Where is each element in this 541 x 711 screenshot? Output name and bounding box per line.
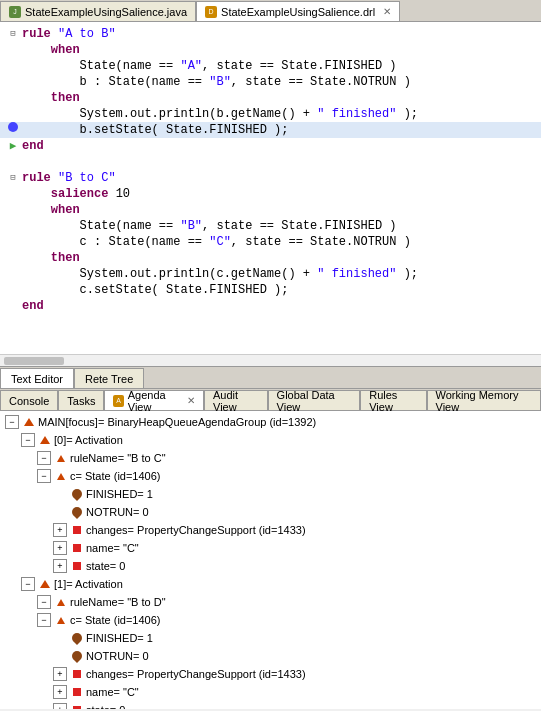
code-line: then [0, 90, 541, 106]
code-line: b.setState( State.FINISHED ); [0, 122, 541, 138]
tab-working-memory-view[interactable]: Working Memory View [427, 390, 542, 410]
fold-icon[interactable]: ⊟ [10, 26, 15, 42]
code-line: then [0, 250, 541, 266]
expand-root[interactable]: − [5, 415, 19, 429]
tab-global-data-view[interactable]: Global Data View [268, 390, 361, 410]
working-memory-label: Working Memory View [436, 389, 533, 413]
tab-drl-close[interactable]: ✕ [383, 6, 391, 17]
line-gutter: ⊟ [4, 26, 22, 42]
tab-text-editor[interactable]: Text Editor [0, 368, 74, 388]
tab-java[interactable]: J StateExampleUsingSalience.java [0, 1, 196, 21]
tree-node-changes1[interactable]: + changes= PropertyChangeSupport (id=143… [0, 665, 541, 683]
top-tab-bar: J StateExampleUsingSalience.java D State… [0, 0, 541, 22]
expand-state1406-0[interactable]: − [37, 469, 51, 483]
state1-label: state= 0 [86, 701, 125, 709]
tree-node-state1406-1[interactable]: − c= State (id=1406) [0, 611, 541, 629]
state1406-0-label: c= State (id=1406) [70, 467, 161, 485]
code-editor[interactable]: ⊟ rule "A to B" when State(name == "A", … [0, 22, 541, 367]
drl-file-icon: D [205, 6, 217, 18]
code-text: then [22, 250, 80, 266]
tree-node-state0[interactable]: + state= 0 [0, 557, 541, 575]
code-text: rule "A to B" [22, 26, 116, 42]
tree-node-name0[interactable]: + name= "C" [0, 539, 541, 557]
code-text: State(name == "A", state == State.FINISH… [22, 58, 396, 74]
changes0-label: changes= PropertyChangeSupport (id=1433) [86, 521, 306, 539]
bean-icon-0 [70, 487, 84, 501]
fold-icon[interactable]: ⊟ [10, 170, 15, 186]
tab-audit-view[interactable]: Audit View [204, 390, 268, 410]
tree-node-finished0[interactable]: FINISHED= 1 [0, 485, 541, 503]
rulename-btod-triangle-icon [54, 595, 68, 609]
line-gutter: ⊟ [4, 170, 22, 186]
code-text: b : State(name == "B", state == State.NO… [22, 74, 411, 90]
expand-rulename-btod[interactable]: − [37, 595, 51, 609]
tab-console[interactable]: Console [0, 390, 58, 410]
notrun1-label: NOTRUN= 0 [86, 647, 149, 665]
expand-activation1[interactable]: − [21, 577, 35, 591]
red-square-icon-5 [70, 703, 84, 709]
expand-state1406-1[interactable]: − [37, 613, 51, 627]
root-triangle-icon [22, 415, 36, 429]
tree-node-activation1[interactable]: − [1]= Activation [0, 575, 541, 593]
code-line: b : State(name == "B", state == State.NO… [0, 74, 541, 90]
state-triangle-icon [54, 469, 68, 483]
code-line: when [0, 202, 541, 218]
tree-node-name1[interactable]: + name= "C" [0, 683, 541, 701]
code-line: end [0, 298, 541, 314]
changes1-label: changes= PropertyChangeSupport (id=1433) [86, 665, 306, 683]
tree-node-notrun0[interactable]: NOTRUN= 0 [0, 503, 541, 521]
tab-java-label: StateExampleUsingSalience.java [25, 6, 187, 18]
scrollbar-thumb[interactable] [4, 357, 64, 365]
notrun0-label: NOTRUN= 0 [86, 503, 149, 521]
code-text: rule "B to C" [22, 170, 116, 186]
tab-rules-view[interactable]: Rules View [360, 390, 426, 410]
horizontal-scrollbar[interactable] [0, 354, 541, 366]
tab-tasks[interactable]: Tasks [58, 390, 104, 410]
finished1-label: FINISHED= 1 [86, 629, 153, 647]
expand-name0[interactable]: + [53, 541, 67, 555]
tree-node-notrun1[interactable]: NOTRUN= 0 [0, 647, 541, 665]
code-text: end [22, 298, 44, 314]
audit-view-label: Audit View [213, 389, 259, 413]
tree-node-finished1[interactable]: FINISHED= 1 [0, 629, 541, 647]
expand-changes1[interactable]: + [53, 667, 67, 681]
tree-area[interactable]: − MAIN[focus]= BinaryHeapQueueAgendaGrou… [0, 411, 541, 709]
code-line: salience 10 [0, 186, 541, 202]
tab-rete-tree[interactable]: Rete Tree [74, 368, 144, 388]
code-text: when [22, 202, 80, 218]
tree-node-state1[interactable]: + state= 0 [0, 701, 541, 709]
tree-node-activation0[interactable]: − [0]= Activation [0, 431, 541, 449]
arrow-icon: ▶ [10, 138, 17, 154]
tab-agenda-view[interactable]: A Agenda View ✕ [104, 390, 204, 410]
tree-node-rulename-btoc[interactable]: − ruleName= "B to C" [0, 449, 541, 467]
tab-drl[interactable]: D StateExampleUsingSalience.drl ✕ [196, 1, 400, 21]
expand-state0[interactable]: + [53, 559, 67, 573]
agenda-view-close[interactable]: ✕ [187, 395, 195, 406]
activation1-triangle-icon [38, 577, 52, 591]
expand-activation0[interactable]: − [21, 433, 35, 447]
expand-rulename-btoc[interactable]: − [37, 451, 51, 465]
expand-state1[interactable]: + [53, 703, 67, 709]
code-line: State(name == "A", state == State.FINISH… [0, 58, 541, 74]
tree-root[interactable]: − MAIN[focus]= BinaryHeapQueueAgendaGrou… [0, 413, 541, 431]
code-text: salience 10 [22, 186, 130, 202]
code-line: c.setState( State.FINISHED ); [0, 282, 541, 298]
tree-node-changes0[interactable]: + changes= PropertyChangeSupport (id=143… [0, 521, 541, 539]
code-text: State(name == "B", state == State.FINISH… [22, 218, 396, 234]
expand-changes0[interactable]: + [53, 523, 67, 537]
agenda-icon: A [113, 395, 123, 407]
agenda-view-label: Agenda View [128, 389, 183, 413]
tree-node-rulename-btod[interactable]: − ruleName= "B to D" [0, 593, 541, 611]
rules-view-label: Rules View [369, 389, 417, 413]
state1406-1-label: c= State (id=1406) [70, 611, 161, 629]
tree-node-state1406-0[interactable]: − c= State (id=1406) [0, 467, 541, 485]
rulename-triangle-icon [54, 451, 68, 465]
expand-name1[interactable]: + [53, 685, 67, 699]
code-text: System.out.println(c.getName() + " finis… [22, 266, 418, 282]
finished0-label: FINISHED= 1 [86, 485, 153, 503]
red-square-icon-1 [70, 541, 84, 555]
code-line: State(name == "B", state == State.FINISH… [0, 218, 541, 234]
tasks-label: Tasks [67, 395, 95, 407]
global-data-label: Global Data View [277, 389, 352, 413]
code-text: c : State(name == "C", state == State.NO… [22, 234, 411, 250]
